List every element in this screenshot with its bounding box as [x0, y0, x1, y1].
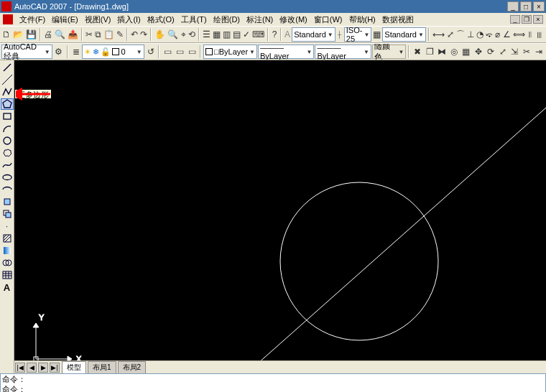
maximize-button[interactable]: □	[520, 1, 532, 11]
tool-palettes-icon[interactable]: ▥	[222, 27, 231, 42]
gradient-icon[interactable]	[1, 245, 14, 256]
doc-restore-button[interactable]: ❐	[522, 15, 532, 24]
tab-nav-first[interactable]: |◀	[15, 363, 25, 373]
tab-nav-prev[interactable]: ◀	[27, 363, 37, 373]
dim-angular-icon[interactable]: ∠	[502, 27, 512, 42]
mtext-icon[interactable]: A	[1, 281, 14, 293]
pan-icon[interactable]: ✋	[154, 27, 166, 42]
paste-icon[interactable]: 📋	[103, 27, 115, 42]
zoom-window-icon[interactable]: ⌖	[180, 27, 187, 42]
polygon-icon[interactable]	[1, 98, 14, 110]
menu-window[interactable]: 窗口(W)	[311, 14, 346, 26]
dim-linear-icon[interactable]: ⟷	[432, 27, 445, 42]
make-block-icon[interactable]	[1, 208, 14, 220]
tab-layout1[interactable]: 布局1	[88, 361, 116, 373]
dim-radius-icon[interactable]: ◔	[476, 27, 484, 42]
scale-icon[interactable]: ⤢	[497, 45, 509, 59]
zoom-previous-icon[interactable]: ⟲	[188, 27, 196, 42]
design-center-icon[interactable]: ▦	[212, 27, 221, 42]
extend-icon[interactable]: ⇥	[533, 45, 545, 59]
dim-diameter-icon[interactable]: ⌀	[494, 27, 501, 42]
layer-state-icon[interactable]: ▭	[162, 45, 173, 59]
menu-insert[interactable]: 插入(I)	[114, 14, 143, 26]
copy-obj-icon[interactable]: ❐	[424, 45, 435, 59]
arc-icon[interactable]	[1, 123, 14, 134]
markup-icon[interactable]: ✓	[242, 27, 251, 42]
tab-nav-next[interactable]: ▶	[38, 363, 48, 373]
table-icon[interactable]	[1, 269, 14, 281]
properties-icon[interactable]: ☰	[202, 27, 211, 42]
zoom-realtime-icon[interactable]: 🔍	[167, 27, 179, 42]
dim-continue-icon[interactable]: ⫼	[535, 27, 545, 42]
print-preview-icon[interactable]: 🔍	[54, 27, 66, 42]
stretch-icon[interactable]: ⇲	[509, 45, 520, 59]
dim-jogged-icon[interactable]: ⤽	[485, 27, 494, 42]
help-icon[interactable]: ?	[271, 27, 278, 42]
undo-icon[interactable]: ↶	[130, 27, 139, 42]
tab-layout2[interactable]: 布局2	[118, 361, 147, 373]
new-icon[interactable]: 🗋	[1, 27, 11, 42]
hatch-icon[interactable]	[1, 233, 14, 244]
construction-line-icon[interactable]	[1, 74, 14, 85]
workspace-dropdown[interactable]: AutoCAD 经典▼	[1, 45, 52, 59]
save-icon[interactable]: 💾	[25, 27, 37, 42]
color-dropdown[interactable]: □ByLayer▼	[203, 45, 257, 59]
dim-style-dropdown[interactable]: ISO-25▼	[344, 27, 372, 42]
plotstyle-dropdown[interactable]: 随颜色▼	[372, 45, 407, 59]
menu-format[interactable]: 格式(O)	[144, 14, 177, 26]
menu-view[interactable]: 视图(V)	[82, 14, 114, 26]
linetype-dropdown[interactable]: ——— ByLayer▼	[258, 45, 314, 59]
insert-block-icon[interactable]	[1, 196, 14, 207]
text-style-dropdown[interactable]: Standard▼	[292, 27, 336, 42]
menu-draw[interactable]: 绘图(D)	[210, 14, 243, 26]
menu-file[interactable]: 文件(F)	[17, 14, 48, 26]
sheet-set-icon[interactable]: ▤	[232, 27, 241, 42]
tablestyle-icon[interactable]: ▦	[372, 27, 381, 42]
line-icon[interactable]	[1, 62, 14, 73]
move-icon[interactable]: ✥	[473, 45, 484, 59]
textstyle-icon[interactable]: A	[284, 27, 291, 42]
point-icon[interactable]: ·	[1, 220, 14, 232]
ellipse-arc-icon[interactable]	[1, 184, 14, 195]
dim-aligned-icon[interactable]: ⤢	[446, 27, 455, 42]
menu-modify[interactable]: 修改(M)	[277, 14, 310, 26]
copy-icon[interactable]: ⧉	[94, 27, 102, 42]
circle-icon[interactable]	[1, 135, 14, 146]
rotate-icon[interactable]: ⟳	[485, 45, 496, 59]
cut-icon[interactable]: ✂	[85, 27, 93, 42]
region-icon[interactable]	[1, 257, 14, 269]
tab-nav-last[interactable]: ▶|	[50, 363, 60, 373]
ellipse-icon[interactable]	[1, 172, 14, 183]
table-style-dropdown[interactable]: Standard▼	[382, 27, 426, 42]
dimstyle-icon[interactable]: ⟊	[336, 27, 343, 42]
offset-icon[interactable]: ◎	[448, 45, 460, 59]
polyline-icon[interactable]	[1, 86, 14, 98]
command-window[interactable]: 命令： 命令：	[0, 373, 546, 392]
layer-iso-icon[interactable]: ▭	[186, 45, 198, 59]
doc-minimize-button[interactable]: _	[510, 15, 520, 24]
rectangle-icon[interactable]	[1, 111, 14, 122]
layer-dropdown[interactable]: ☀❄🔓 0▼	[82, 45, 144, 59]
dim-arc-icon[interactable]: ⌒	[455, 27, 466, 42]
erase-icon[interactable]: ✖	[412, 45, 423, 59]
open-icon[interactable]: 📂	[12, 27, 24, 42]
menu-edit[interactable]: 编辑(E)	[49, 14, 81, 26]
tab-model[interactable]: 模型	[62, 361, 86, 373]
dim-baseline-icon[interactable]: ⫴	[527, 27, 534, 42]
print-icon[interactable]: 🖨	[43, 27, 53, 42]
array-icon[interactable]: ▦	[461, 45, 472, 59]
model-viewport[interactable]: X Y |◀ ◀ ▶ ▶| 模型 布局1 布局2	[14, 60, 546, 373]
trim-icon[interactable]: ✂	[521, 45, 532, 59]
menu-dimension[interactable]: 标注(N)	[244, 14, 276, 26]
match-props-icon[interactable]: ✎	[116, 27, 124, 42]
layer-previous-icon[interactable]: ↺	[145, 45, 157, 59]
doc-close-button[interactable]: ×	[533, 15, 543, 24]
revision-cloud-icon[interactable]	[1, 147, 14, 159]
layer-properties-icon[interactable]: ≣	[70, 45, 82, 59]
layer-match-icon[interactable]: ▭	[174, 45, 185, 59]
spline-icon[interactable]	[1, 159, 14, 171]
dim-ordinate-icon[interactable]: ⊥	[466, 27, 475, 42]
lineweight-dropdown[interactable]: ——— ByLayer▼	[315, 45, 371, 59]
workspace-settings-icon[interactable]: ⚙	[53, 45, 65, 59]
minimize-button[interactable]: _	[507, 1, 519, 11]
